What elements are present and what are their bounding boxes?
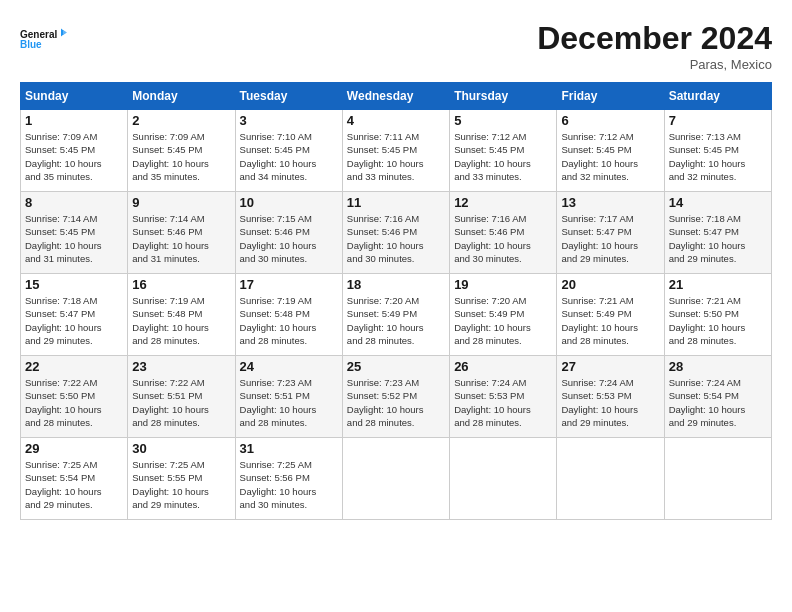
col-friday: Friday: [557, 83, 664, 110]
day-number: 31: [240, 441, 338, 456]
day-number: 1: [25, 113, 123, 128]
logo-svg: General Blue: [20, 20, 70, 60]
calendar-week-3: 15 Sunrise: 7:18 AM Sunset: 5:47 PM Dayl…: [21, 274, 772, 356]
day-info: Sunrise: 7:09 AM Sunset: 5:45 PM Dayligh…: [132, 130, 230, 183]
day-info: Sunrise: 7:25 AM Sunset: 5:55 PM Dayligh…: [132, 458, 230, 511]
calendar-cell: 17 Sunrise: 7:19 AM Sunset: 5:48 PM Dayl…: [235, 274, 342, 356]
calendar-cell: 18 Sunrise: 7:20 AM Sunset: 5:49 PM Dayl…: [342, 274, 449, 356]
day-number: 25: [347, 359, 445, 374]
calendar-cell: 24 Sunrise: 7:23 AM Sunset: 5:51 PM Dayl…: [235, 356, 342, 438]
calendar-cell: 15 Sunrise: 7:18 AM Sunset: 5:47 PM Dayl…: [21, 274, 128, 356]
calendar-cell: 28 Sunrise: 7:24 AM Sunset: 5:54 PM Dayl…: [664, 356, 771, 438]
day-number: 7: [669, 113, 767, 128]
day-number: 8: [25, 195, 123, 210]
calendar-cell: 2 Sunrise: 7:09 AM Sunset: 5:45 PM Dayli…: [128, 110, 235, 192]
calendar-cell: [342, 438, 449, 520]
header-row: Sunday Monday Tuesday Wednesday Thursday…: [21, 83, 772, 110]
calendar-cell: 3 Sunrise: 7:10 AM Sunset: 5:45 PM Dayli…: [235, 110, 342, 192]
day-number: 24: [240, 359, 338, 374]
calendar-cell: 23 Sunrise: 7:22 AM Sunset: 5:51 PM Dayl…: [128, 356, 235, 438]
day-number: 9: [132, 195, 230, 210]
day-info: Sunrise: 7:12 AM Sunset: 5:45 PM Dayligh…: [454, 130, 552, 183]
calendar-cell: 5 Sunrise: 7:12 AM Sunset: 5:45 PM Dayli…: [450, 110, 557, 192]
day-info: Sunrise: 7:25 AM Sunset: 5:56 PM Dayligh…: [240, 458, 338, 511]
calendar-cell: 26 Sunrise: 7:24 AM Sunset: 5:53 PM Dayl…: [450, 356, 557, 438]
day-info: Sunrise: 7:24 AM Sunset: 5:53 PM Dayligh…: [454, 376, 552, 429]
day-info: Sunrise: 7:15 AM Sunset: 5:46 PM Dayligh…: [240, 212, 338, 265]
calendar-cell: 14 Sunrise: 7:18 AM Sunset: 5:47 PM Dayl…: [664, 192, 771, 274]
day-info: Sunrise: 7:16 AM Sunset: 5:46 PM Dayligh…: [347, 212, 445, 265]
day-info: Sunrise: 7:10 AM Sunset: 5:45 PM Dayligh…: [240, 130, 338, 183]
calendar-cell: 25 Sunrise: 7:23 AM Sunset: 5:52 PM Dayl…: [342, 356, 449, 438]
calendar-cell: 31 Sunrise: 7:25 AM Sunset: 5:56 PM Dayl…: [235, 438, 342, 520]
svg-text:Blue: Blue: [20, 39, 42, 50]
calendar-cell: 8 Sunrise: 7:14 AM Sunset: 5:45 PM Dayli…: [21, 192, 128, 274]
day-info: Sunrise: 7:09 AM Sunset: 5:45 PM Dayligh…: [25, 130, 123, 183]
day-info: Sunrise: 7:22 AM Sunset: 5:50 PM Dayligh…: [25, 376, 123, 429]
day-number: 20: [561, 277, 659, 292]
calendar-cell: [450, 438, 557, 520]
day-info: Sunrise: 7:13 AM Sunset: 5:45 PM Dayligh…: [669, 130, 767, 183]
day-number: 29: [25, 441, 123, 456]
day-number: 2: [132, 113, 230, 128]
col-saturday: Saturday: [664, 83, 771, 110]
day-number: 17: [240, 277, 338, 292]
day-info: Sunrise: 7:17 AM Sunset: 5:47 PM Dayligh…: [561, 212, 659, 265]
calendar-cell: 4 Sunrise: 7:11 AM Sunset: 5:45 PM Dayli…: [342, 110, 449, 192]
day-number: 27: [561, 359, 659, 374]
day-info: Sunrise: 7:21 AM Sunset: 5:50 PM Dayligh…: [669, 294, 767, 347]
day-info: Sunrise: 7:19 AM Sunset: 5:48 PM Dayligh…: [132, 294, 230, 347]
day-info: Sunrise: 7:23 AM Sunset: 5:51 PM Dayligh…: [240, 376, 338, 429]
day-number: 18: [347, 277, 445, 292]
svg-text:General: General: [20, 29, 57, 40]
calendar-table: Sunday Monday Tuesday Wednesday Thursday…: [20, 82, 772, 520]
calendar-cell: 20 Sunrise: 7:21 AM Sunset: 5:49 PM Dayl…: [557, 274, 664, 356]
calendar-week-1: 1 Sunrise: 7:09 AM Sunset: 5:45 PM Dayli…: [21, 110, 772, 192]
calendar-cell: 27 Sunrise: 7:24 AM Sunset: 5:53 PM Dayl…: [557, 356, 664, 438]
header: General Blue December 2024 Paras, Mexico: [20, 20, 772, 72]
calendar-cell: [557, 438, 664, 520]
calendar-cell: 7 Sunrise: 7:13 AM Sunset: 5:45 PM Dayli…: [664, 110, 771, 192]
location: Paras, Mexico: [537, 57, 772, 72]
day-number: 15: [25, 277, 123, 292]
day-info: Sunrise: 7:14 AM Sunset: 5:45 PM Dayligh…: [25, 212, 123, 265]
day-number: 30: [132, 441, 230, 456]
calendar-cell: [664, 438, 771, 520]
day-info: Sunrise: 7:20 AM Sunset: 5:49 PM Dayligh…: [454, 294, 552, 347]
day-info: Sunrise: 7:16 AM Sunset: 5:46 PM Dayligh…: [454, 212, 552, 265]
calendar-cell: 30 Sunrise: 7:25 AM Sunset: 5:55 PM Dayl…: [128, 438, 235, 520]
day-number: 16: [132, 277, 230, 292]
day-info: Sunrise: 7:21 AM Sunset: 5:49 PM Dayligh…: [561, 294, 659, 347]
day-number: 28: [669, 359, 767, 374]
calendar-cell: 16 Sunrise: 7:19 AM Sunset: 5:48 PM Dayl…: [128, 274, 235, 356]
col-thursday: Thursday: [450, 83, 557, 110]
day-number: 11: [347, 195, 445, 210]
day-number: 13: [561, 195, 659, 210]
calendar-cell: 1 Sunrise: 7:09 AM Sunset: 5:45 PM Dayli…: [21, 110, 128, 192]
calendar-cell: 13 Sunrise: 7:17 AM Sunset: 5:47 PM Dayl…: [557, 192, 664, 274]
col-wednesday: Wednesday: [342, 83, 449, 110]
day-info: Sunrise: 7:23 AM Sunset: 5:52 PM Dayligh…: [347, 376, 445, 429]
col-sunday: Sunday: [21, 83, 128, 110]
day-number: 22: [25, 359, 123, 374]
day-number: 4: [347, 113, 445, 128]
calendar-cell: 12 Sunrise: 7:16 AM Sunset: 5:46 PM Dayl…: [450, 192, 557, 274]
col-monday: Monday: [128, 83, 235, 110]
day-info: Sunrise: 7:18 AM Sunset: 5:47 PM Dayligh…: [669, 212, 767, 265]
calendar-cell: 10 Sunrise: 7:15 AM Sunset: 5:46 PM Dayl…: [235, 192, 342, 274]
calendar-cell: 9 Sunrise: 7:14 AM Sunset: 5:46 PM Dayli…: [128, 192, 235, 274]
calendar-cell: 6 Sunrise: 7:12 AM Sunset: 5:45 PM Dayli…: [557, 110, 664, 192]
calendar-week-2: 8 Sunrise: 7:14 AM Sunset: 5:45 PM Dayli…: [21, 192, 772, 274]
day-info: Sunrise: 7:25 AM Sunset: 5:54 PM Dayligh…: [25, 458, 123, 511]
svg-marker-3: [63, 30, 67, 35]
calendar-week-4: 22 Sunrise: 7:22 AM Sunset: 5:50 PM Dayl…: [21, 356, 772, 438]
day-number: 12: [454, 195, 552, 210]
day-number: 5: [454, 113, 552, 128]
col-tuesday: Tuesday: [235, 83, 342, 110]
day-info: Sunrise: 7:22 AM Sunset: 5:51 PM Dayligh…: [132, 376, 230, 429]
day-number: 10: [240, 195, 338, 210]
title-area: December 2024 Paras, Mexico: [537, 20, 772, 72]
day-number: 3: [240, 113, 338, 128]
logo: General Blue: [20, 20, 70, 60]
calendar-cell: 19 Sunrise: 7:20 AM Sunset: 5:49 PM Dayl…: [450, 274, 557, 356]
